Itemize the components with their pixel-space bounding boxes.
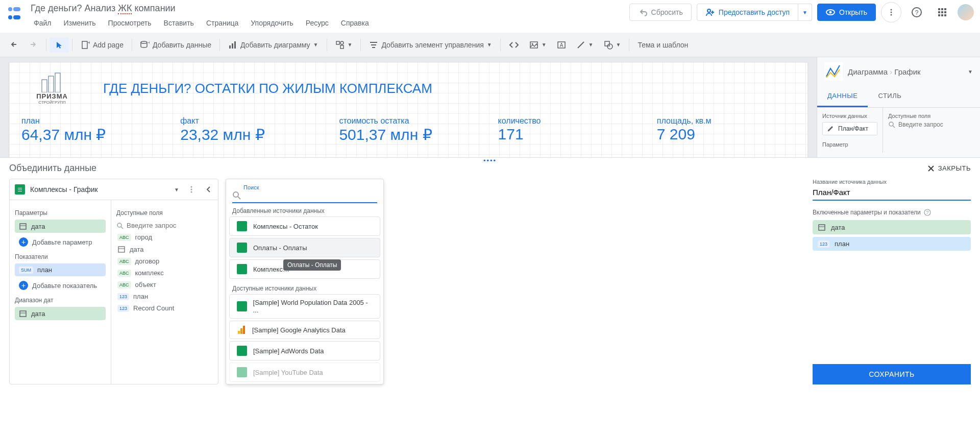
- chevron-left-icon[interactable]: [205, 185, 213, 194]
- menu-arrange[interactable]: Упорядочить: [246, 17, 298, 29]
- svg-point-8: [891, 12, 892, 13]
- close-button[interactable]: ЗАКРЫТЬ: [927, 164, 971, 173]
- line-button[interactable]: ▼: [571, 37, 599, 53]
- svg-rect-26: [232, 43, 233, 49]
- menu-page[interactable]: Страница: [201, 17, 243, 29]
- daterange-section-label: Диапазон дат: [15, 297, 106, 304]
- more-vert-icon[interactable]: [187, 185, 195, 194]
- datasource-search-input[interactable]: [246, 191, 377, 200]
- menu-resource[interactable]: Ресурс: [301, 17, 334, 29]
- apps-button[interactable]: [932, 2, 952, 22]
- help-icon[interactable]: ?: [924, 209, 931, 216]
- daterange-field-date[interactable]: дата: [15, 307, 106, 320]
- source-item[interactable]: Комплексы - Остаток: [229, 216, 380, 236]
- field-search-input[interactable]: [127, 222, 213, 229]
- chevron-down-icon[interactable]: ▼: [968, 69, 973, 75]
- svg-point-23: [141, 41, 147, 43]
- save-button[interactable]: СОХРАНИТЬ: [813, 364, 971, 384]
- company-logo: ПРИЗМА СТРОЙГРУПП: [21, 70, 83, 106]
- field-contract[interactable]: ABCдоговор: [116, 255, 213, 267]
- svg-rect-55: [240, 328, 242, 334]
- svg-rect-31: [530, 42, 537, 48]
- svg-rect-13: [941, 8, 943, 10]
- add-chart-button[interactable]: Добавить диаграмму ▼: [223, 37, 324, 53]
- menu-insert[interactable]: Вставить: [159, 17, 199, 29]
- svg-point-6: [829, 11, 832, 14]
- chevron-down-icon: ▼: [802, 10, 807, 15]
- source-item[interactable]: [Sample] Google Analytics Data: [229, 321, 380, 339]
- svg-rect-54: [238, 331, 240, 334]
- svg-point-9: [891, 14, 892, 16]
- undo-icon: [9, 40, 18, 50]
- shape-button[interactable]: ▼: [599, 37, 626, 53]
- canvas[interactable]: ПРИЗМА СТРОЙГРУПП ГДЕ ДЕНЬГИ? ОСТАТКИ ПО…: [0, 57, 817, 157]
- report-title: ГДЕ ДЕНЬГИ? ОСТАТКИ ПО ЖИЛЫМ КОМПЛЕКСАМ: [103, 81, 432, 97]
- datasource-chip[interactable]: План/Факт: [822, 122, 877, 135]
- svg-rect-59: [819, 225, 825, 230]
- svg-rect-39: [55, 73, 60, 92]
- included-field-date[interactable]: дата: [813, 220, 971, 234]
- share-dropdown-button[interactable]: ▼: [798, 4, 812, 21]
- more-options-button[interactable]: [881, 2, 901, 22]
- person-add-icon: [705, 8, 715, 17]
- param-field-date[interactable]: дата: [15, 220, 106, 233]
- user-avatar[interactable]: [958, 4, 974, 20]
- datasource-name[interactable]: Комплексы - График: [30, 185, 169, 194]
- tab-data[interactable]: ДАННЫЕ: [817, 86, 868, 107]
- field-search-input[interactable]: [898, 121, 975, 128]
- blend-output-panel: Название источника данных Включенные пар…: [813, 179, 971, 384]
- source-item[interactable]: [Sample] YouTube Data: [229, 363, 380, 382]
- toolbar: + Add page + Добавить данные Добавить ди…: [0, 33, 980, 57]
- field-record-count[interactable]: 123Record Count: [116, 302, 213, 314]
- open-button[interactable]: Открыть: [817, 4, 876, 21]
- add-parameter-button[interactable]: + Добавьте параметр: [15, 235, 106, 249]
- add-data-button[interactable]: + Добавить данные: [135, 37, 216, 53]
- chevron-down-icon[interactable]: ▼: [174, 187, 179, 192]
- metric-field-plan[interactable]: SUM план: [15, 263, 106, 276]
- svg-rect-27: [234, 41, 236, 49]
- svg-point-7: [891, 9, 892, 11]
- field-city[interactable]: ABCгород: [116, 231, 213, 243]
- menubar: Файл Изменить Просмотреть Вставить Стран…: [29, 17, 374, 29]
- menu-view[interactable]: Просмотреть: [103, 17, 157, 29]
- share-button[interactable]: Предоставить доступ: [697, 4, 798, 21]
- svg-point-53: [233, 192, 238, 197]
- available-sources-label: Доступные источники данных: [226, 281, 383, 294]
- reset-button[interactable]: Сбросить: [629, 4, 692, 21]
- embed-button[interactable]: [504, 37, 524, 53]
- menu-file[interactable]: Файл: [29, 17, 56, 29]
- add-page-button[interactable]: + Add page: [76, 37, 129, 53]
- field-plan[interactable]: 123план: [116, 291, 213, 302]
- field-object[interactable]: ABCобъект: [116, 279, 213, 291]
- image-button[interactable]: ▼: [524, 37, 552, 53]
- available-fields-label: Доступные поля: [888, 113, 975, 119]
- svg-text:+: +: [88, 40, 90, 45]
- source-item[interactable]: [Sample] AdWords Data: [229, 341, 380, 360]
- source-item[interactable]: Оплаты - Оплаты: [229, 238, 380, 257]
- redo-icon: [29, 40, 38, 50]
- source-item[interactable]: [Sample] World Population Data 2005 - ..…: [229, 294, 380, 319]
- calendar-icon: [19, 309, 27, 318]
- resize-handle[interactable]: ••••: [483, 157, 497, 164]
- select-tool[interactable]: [50, 37, 69, 53]
- text-button[interactable]: A: [552, 37, 571, 53]
- redo-button[interactable]: [23, 37, 43, 53]
- field-complex[interactable]: ABCкомплекс: [116, 267, 213, 279]
- document-title[interactable]: Где деньги? Анализ ЖК компании: [29, 2, 374, 15]
- tab-style[interactable]: СТИЛЬ: [868, 86, 912, 107]
- included-field-plan[interactable]: 123 план: [813, 237, 971, 251]
- undo-button[interactable]: [4, 37, 23, 53]
- params-section-label: Параметры: [15, 209, 106, 216]
- theme-button[interactable]: Тема и шаблон: [632, 38, 693, 52]
- add-metric-button[interactable]: + Добавьте показатель: [15, 278, 106, 293]
- help-button[interactable]: ?: [906, 2, 927, 22]
- svg-rect-17: [944, 11, 946, 13]
- add-control-button[interactable]: Добавить элемент управления ▼: [364, 37, 497, 53]
- datasource-name-input[interactable]: [813, 185, 971, 201]
- community-viz-button[interactable]: ▼: [330, 37, 358, 53]
- menu-edit[interactable]: Изменить: [58, 17, 101, 29]
- field-date[interactable]: дата: [116, 243, 213, 255]
- chart-add-icon: [228, 40, 237, 50]
- menu-help[interactable]: Справка: [336, 17, 374, 29]
- calendar-icon: [19, 222, 27, 230]
